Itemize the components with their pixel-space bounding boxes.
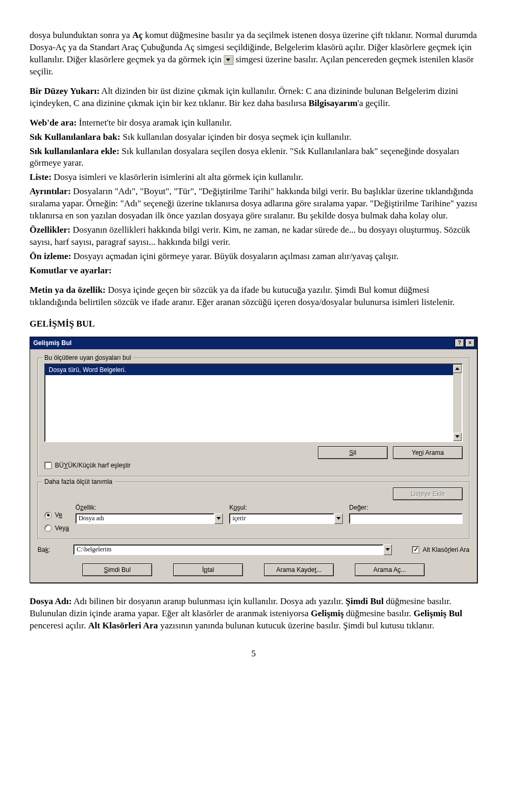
- more-criteria-title: Daha fazla ölçüt tanımla: [42, 477, 115, 486]
- or-radio[interactable]: Veya: [44, 524, 69, 532]
- dropdown-icon: [224, 55, 233, 65]
- more-criteria-group: Daha fazla ölçüt tanımla Listeye Ekle Ve…: [37, 482, 470, 539]
- heading-gelismis-bul: GELİŞMİŞ BUL: [30, 318, 477, 330]
- scrollbar[interactable]: [453, 365, 462, 441]
- page-number: 5: [30, 648, 477, 660]
- condition-label: Koşul:: [229, 503, 343, 512]
- criteria-group: Bu ölçütlere uyan dosyaları bul Dosya tü…: [37, 358, 470, 476]
- paragraph-liste: Liste: Dosya isimleri ve klasörlerin isi…: [30, 171, 477, 184]
- and-radio[interactable]: Ve: [44, 511, 69, 519]
- cancel-button[interactable]: İptal: [173, 563, 243, 576]
- paragraph-intro: dosya bulunduktan sonra ya Aç komut düğm…: [30, 30, 477, 78]
- criteria-listbox[interactable]: Dosya türü, Word Belgeleri.: [44, 364, 463, 442]
- property-combo[interactable]: [76, 513, 223, 524]
- search-subfolders-checkbox[interactable]: Alt Klasörleri Ara: [412, 546, 470, 554]
- save-search-button[interactable]: Arama Kaydet...: [264, 563, 334, 576]
- paragraph-dosya-adi: Dosya Adı: Adı bilinen bir dosyanın aran…: [30, 596, 477, 632]
- criteria-group-title: Bu ölçütlere uyan dosyaları bul: [42, 354, 133, 362]
- scroll-up-icon[interactable]: [453, 365, 462, 373]
- paragraph-bir-duzey: Bir Düzey Yukarı: Alt dizinden bir üst d…: [30, 85, 477, 110]
- paragraph-sik-bak: Sık Kullanılanlara bak: Sık kullanılan d…: [30, 131, 477, 144]
- paragraph-metin: Metin ya da özellik: Dosya içinde geçen …: [30, 284, 477, 309]
- add-to-list-button[interactable]: Listeye Ekle: [393, 488, 463, 500]
- criteria-row[interactable]: Dosya türü, Word Belgeleri.: [45, 365, 462, 375]
- condition-combo[interactable]: [229, 513, 343, 524]
- match-case-checkbox[interactable]: BÜYÜK/Küçük harf eşleştir: [44, 461, 130, 470]
- open-search-button[interactable]: Arama Aç...: [355, 563, 425, 576]
- scroll-down-icon[interactable]: [453, 433, 462, 441]
- paragraph-webde-ara: Web'de ara: İnternet'te bir dosya aramak…: [30, 117, 477, 129]
- look-in-label: Bak:: [37, 546, 69, 554]
- value-input[interactable]: [349, 513, 463, 524]
- paragraph-ozellikler: Özellikler: Dosyanın özellikleri hakkınd…: [30, 224, 477, 249]
- paragraph-komutlar: Komutlar ve ayarlar:: [30, 265, 477, 277]
- delete-button[interactable]: Sil: [318, 446, 388, 459]
- property-label: Özellik:: [76, 503, 223, 512]
- help-button[interactable]: ?: [455, 339, 464, 347]
- dialog-titlebar: Gelişmiş Bul ? ×: [30, 337, 477, 349]
- paragraph-ayrintilar: Ayrıntılar: Dosyaların "Adı", "Boyut", "…: [30, 186, 477, 222]
- find-now-button[interactable]: Şimdi Bul: [82, 563, 152, 576]
- paragraph-sik-ekle: Sık kullanılanlara ekle: Sık kullanılan …: [30, 146, 477, 170]
- look-in-combo[interactable]: [73, 544, 392, 555]
- value-label: Değer:: [349, 503, 463, 512]
- close-button[interactable]: ×: [465, 339, 475, 347]
- advanced-find-dialog: Gelişmiş Bul ? × Bu ölçütlere uyan dosya…: [30, 337, 477, 583]
- paragraph-on-izleme: Ön izleme: Dosyayı açmadan içini görmeye…: [30, 251, 477, 263]
- dialog-title: Gelişmiş Bul: [33, 339, 454, 347]
- new-search-button[interactable]: Yeni Arama: [393, 446, 463, 459]
